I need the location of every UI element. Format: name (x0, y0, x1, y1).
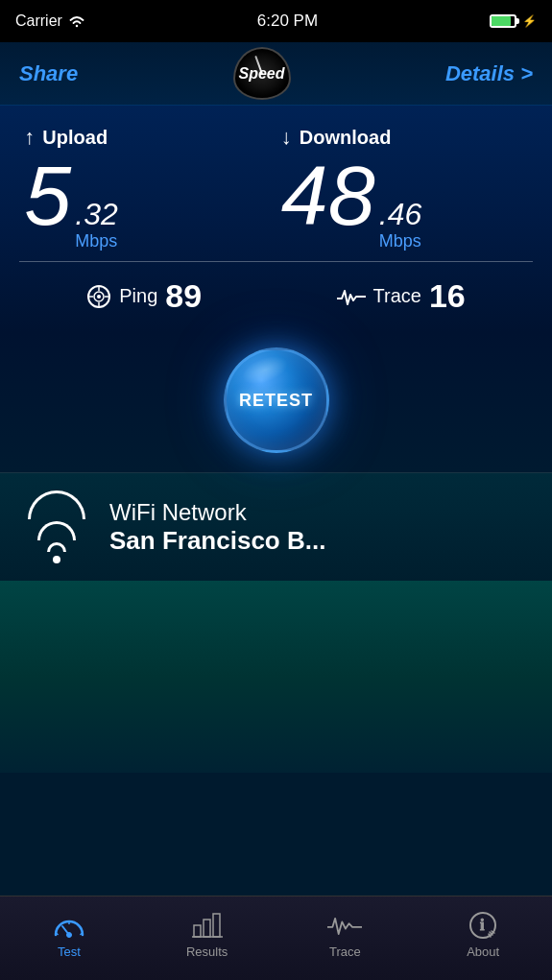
download-decimal: .46 (379, 198, 421, 231)
wifi-dot (53, 556, 60, 563)
tab-about[interactable]: i About (414, 910, 552, 967)
trace-tab-icon (327, 910, 362, 941)
wifi-panel: WiFi Network San Francisco B... (0, 472, 552, 581)
svg-text:i: i (480, 917, 485, 933)
trace-icon (337, 287, 366, 306)
status-time: 6:20 PM (257, 12, 318, 31)
retest-label: RETEST (239, 391, 313, 411)
about-tab-label: About (467, 944, 499, 959)
test-tab-icon (52, 910, 86, 941)
wifi-icon (23, 490, 90, 563)
status-right: ⚡ (490, 14, 537, 28)
upload-big: 5 (24, 154, 71, 238)
carrier-label: Carrier (15, 12, 62, 30)
teal-content-area (0, 581, 552, 773)
results-tab-label: Results (186, 944, 228, 959)
speedometer-graphic: Speed (233, 47, 291, 100)
download-unit: Mbps (379, 231, 421, 251)
tab-trace[interactable]: Trace (276, 910, 415, 967)
tab-test[interactable]: Test (0, 910, 138, 967)
speedometer-tab-icon (52, 912, 86, 939)
nav-bar: Share Speed Details > (0, 42, 552, 106)
trace-section: Trace 16 (337, 277, 466, 315)
details-button[interactable]: Details > (445, 61, 533, 86)
upload-label: ↑ Upload (24, 125, 108, 150)
wave-icon (327, 914, 362, 937)
download-big: 48 (281, 154, 375, 238)
share-button[interactable]: Share (19, 61, 78, 86)
upload-value: 5 .32 Mbps (24, 154, 117, 251)
wifi-network-label: WiFi Network (109, 499, 325, 526)
download-value: 48 .46 Mbps (281, 154, 421, 251)
wifi-arc-small (47, 542, 66, 552)
trace-tab-label: Trace (329, 944, 361, 959)
download-arrow-icon: ↓ (281, 125, 292, 150)
wifi-arc-medium (37, 521, 76, 540)
about-tab-icon: i (466, 910, 500, 941)
bolt-icon: ⚡ (522, 14, 537, 28)
download-decimal-unit: .46 Mbps (379, 198, 421, 251)
svg-point-2 (97, 295, 101, 299)
svg-rect-14 (213, 914, 220, 937)
bar-chart-icon (192, 912, 223, 939)
speedometer-label: Speed (239, 65, 285, 83)
tab-results[interactable]: Results (138, 910, 276, 967)
speed-panel: ↑ Upload 5 .32 Mbps ↓ Download 48 .46 (0, 106, 552, 332)
about-icon: i (468, 910, 498, 941)
upload-col: ↑ Upload 5 .32 Mbps (24, 125, 271, 251)
upload-decimal-unit: .32 Mbps (75, 198, 117, 251)
svg-rect-13 (204, 920, 210, 937)
svg-point-11 (66, 933, 71, 938)
tab-bar: Test Results Trace i (0, 896, 552, 980)
results-tab-icon (190, 910, 225, 941)
retest-button[interactable]: RETEST (224, 347, 329, 453)
speed-row: ↑ Upload 5 .32 Mbps ↓ Download 48 .46 (19, 125, 533, 251)
wifi-status-icon (68, 14, 85, 28)
ping-section: Ping 89 (86, 277, 202, 315)
upload-decimal: .32 (75, 198, 117, 231)
retest-container: RETEST (0, 332, 552, 472)
speed-logo: Speed (228, 47, 296, 100)
wifi-network-name: San Francisco B... (109, 526, 325, 556)
ping-label: Ping (119, 285, 157, 307)
trace-label: Trace (373, 285, 421, 307)
ping-icon (86, 284, 111, 309)
battery-icon (490, 14, 516, 28)
status-left: Carrier (15, 12, 85, 30)
battery-fill (492, 16, 511, 26)
wifi-arc-large (28, 490, 85, 519)
trace-value: 16 (429, 277, 466, 315)
upload-unit: Mbps (75, 231, 117, 251)
svg-rect-12 (194, 925, 201, 937)
ping-value: 89 (165, 277, 202, 315)
upload-arrow-icon: ↑ (24, 125, 35, 150)
download-label: ↓ Download (281, 125, 392, 150)
download-col: ↓ Download 48 .46 Mbps (281, 125, 528, 251)
test-tab-label: Test (58, 944, 81, 959)
ping-trace-row: Ping 89 Trace 16 (19, 270, 533, 323)
status-bar: Carrier 6:20 PM ⚡ (0, 0, 552, 42)
wifi-info: WiFi Network San Francisco B... (109, 499, 325, 556)
divider-1 (19, 261, 533, 262)
